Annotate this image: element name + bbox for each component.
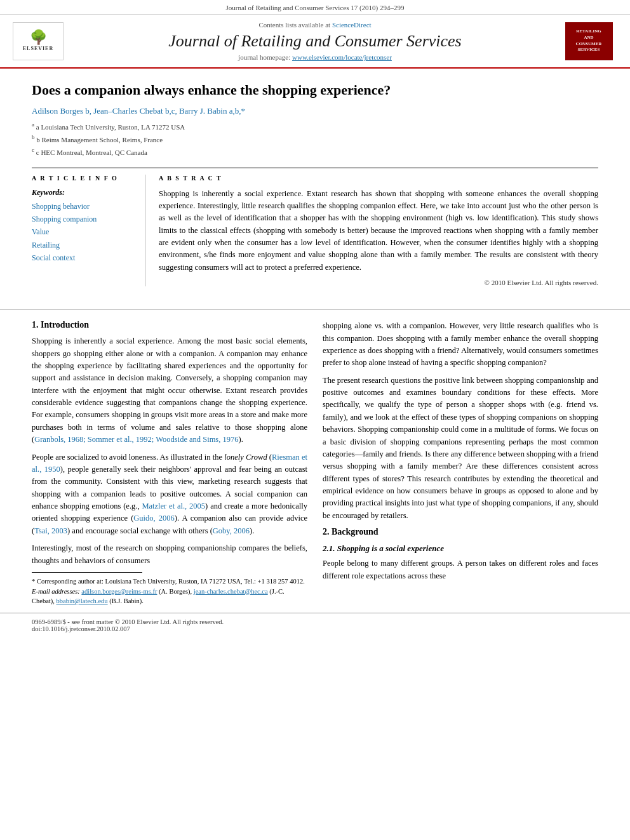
affiliation-c: c c HEC Montreal, Montreal, QC Canada — [32, 145, 598, 158]
two-col-body: 1. Introduction Shopping is inherently a… — [0, 320, 630, 606]
right-column: shopping alone vs. with a companion. How… — [323, 320, 598, 606]
journal-title: Journal of Retailing and Consumer Servic… — [76, 31, 554, 51]
abstract-title: A B S T R A C T — [159, 175, 598, 182]
journal-header: 🌳 ELSEVIER Contents lists available at S… — [0, 15, 630, 69]
journal-homepage: journal homepage: www.elsevier.com/locat… — [76, 53, 554, 61]
bottom-bar: 0969-6989/$ - see front matter © 2010 El… — [0, 613, 630, 637]
elsevier-wordmark: ELSEVIER — [23, 46, 53, 51]
article-info: A R T I C L E I N F O Keywords: Shopping… — [32, 175, 146, 287]
homepage-link[interactable]: www.elsevier.com/locate/jretconser — [292, 53, 392, 61]
section-2-1-heading: 2.1. Shopping is a social experience — [323, 543, 598, 554]
keywords-label: Keywords: — [32, 188, 137, 197]
left-column: 1. Introduction Shopping is inherently a… — [32, 320, 307, 606]
rcs-logo: RETAILING AND CONSUMER SERVICES — [565, 22, 613, 60]
authors: Adilson Borges b, Jean–Charles Chebat b,… — [32, 106, 598, 116]
footnote-1: * Corresponding author at: Louisiana Tec… — [32, 577, 307, 587]
elsevier-logo: 🌳 ELSEVIER — [13, 22, 64, 60]
keywords-list: Shopping behavior Shopping companion Val… — [32, 200, 137, 265]
right-para-2: The present research questions the posit… — [323, 375, 598, 523]
paper-content: Does a companion always enhance the shop… — [0, 69, 630, 299]
journal-title-area: Contents lists available at ScienceDirec… — [76, 21, 554, 61]
abstract-section: A B S T R A C T Shopping is inherently a… — [159, 175, 598, 287]
affiliations: a a Louisiana Tech University, Ruston, L… — [32, 120, 598, 159]
journal-citation: Journal of Retailing and Consumer Servic… — [0, 0, 630, 15]
footnote-2: E-mail addresses: adilson.borges@reims-m… — [32, 587, 307, 607]
abstract-text: Shopping is inherently a social experien… — [159, 188, 598, 274]
keyword-1: Shopping behavior — [32, 200, 137, 213]
elsevier-logo-area: 🌳 ELSEVIER — [13, 22, 70, 60]
intro-para-3: Interestingly, most of the research on s… — [32, 542, 307, 567]
footnote-divider — [32, 572, 142, 573]
right-para-1: shopping alone vs. with a companion. How… — [323, 320, 598, 370]
abstract-copyright: © 2010 Elsevier Ltd. All rights reserved… — [159, 279, 598, 286]
keyword-4: Retailing — [32, 239, 137, 251]
paper-title: Does a companion always enhance the shop… — [32, 81, 598, 100]
article-info-title: A R T I C L E I N F O — [32, 175, 137, 182]
sciencedirect-link[interactable]: ScienceDirect — [332, 21, 372, 29]
section-2-heading: 2. Background — [323, 527, 598, 537]
rcs-logo-area: RETAILING AND CONSUMER SERVICES — [560, 22, 617, 60]
article-body: A R T I C L E I N F O Keywords: Shopping… — [32, 168, 598, 287]
keyword-5: Social context — [32, 251, 137, 264]
affiliation-b: b b Reims Management School, Reims, Fran… — [32, 133, 598, 145]
keyword-2: Shopping companion — [32, 213, 137, 225]
intro-para-2: People are socialized to avoid loneness.… — [32, 451, 307, 538]
keyword-3: Value — [32, 225, 137, 238]
elsevier-tree-icon: 🌳 — [30, 30, 47, 44]
intro-para-1: Shopping is inherently a social experien… — [32, 335, 307, 446]
affiliation-a: a a Louisiana Tech University, Ruston, L… — [32, 120, 598, 133]
sciencedirect-line: Contents lists available at ScienceDirec… — [76, 21, 554, 29]
section-2-1-text: People belong to many different groups. … — [323, 557, 598, 582]
section-1-heading: 1. Introduction — [32, 320, 307, 330]
